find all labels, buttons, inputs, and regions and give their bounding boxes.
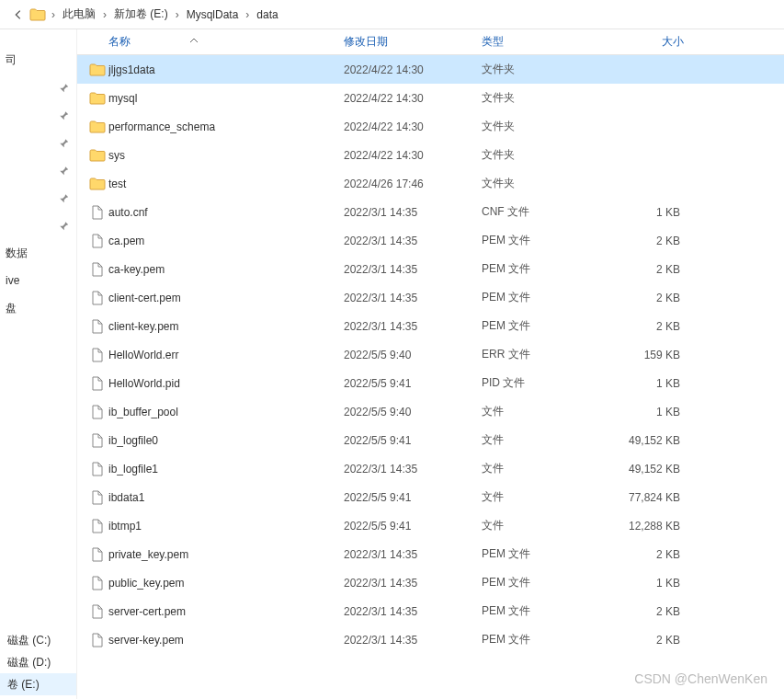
file-row[interactable]: performance_schema2022/4/22 14:30文件夹: [77, 112, 784, 141]
breadcrumb-item[interactable]: data: [253, 6, 281, 23]
file-date: 2022/3/1 14:35: [344, 263, 482, 276]
column-size[interactable]: 大小: [610, 34, 684, 50]
file-date: 2022/5/5 9:41: [344, 491, 482, 504]
pin-icon: [58, 109, 69, 120]
file-date: 2022/5/5 9:41: [344, 434, 482, 447]
file-size: 2 KB: [610, 263, 684, 276]
quick-access-item[interactable]: 盘: [0, 294, 76, 322]
file-date: 2022/4/22 14:30: [344, 63, 482, 76]
file-date: 2022/5/5 9:40: [344, 349, 482, 361]
folder-icon: [29, 8, 46, 21]
file-size: 1 KB: [610, 206, 684, 219]
file-size: 49,152 KB: [610, 434, 684, 447]
quick-access-item[interactable]: ive: [0, 267, 76, 294]
breadcrumb-item[interactable]: MysqlData: [183, 6, 243, 23]
folder-icon: [86, 63, 108, 76]
file-icon: [86, 376, 108, 391]
file-icon: [86, 462, 108, 476]
file-date: 2022/4/26 17:46: [344, 178, 482, 190]
breadcrumb-separator-icon: ›: [103, 8, 107, 21]
file-type: 文件: [482, 432, 610, 448]
folder-icon: [86, 92, 108, 105]
file-icon: [86, 433, 108, 448]
file-name: ibtmp1: [108, 520, 344, 533]
file-row[interactable]: private_key.pem2022/3/1 14:35PEM 文件2 KB: [77, 540, 784, 568]
file-row[interactable]: HelloWorld.err2022/5/5 9:40ERR 文件159 KB: [77, 340, 784, 369]
file-date: 2022/5/5 9:41: [344, 520, 482, 533]
file-row[interactable]: ib_buffer_pool2022/5/5 9:40文件1 KB: [77, 397, 784, 426]
file-date: 2022/3/1 14:35: [344, 320, 482, 333]
column-date[interactable]: 修改日期: [344, 34, 482, 50]
file-name: ib_logfile0: [108, 434, 344, 447]
file-date: 2022/3/1 14:35: [344, 235, 482, 247]
breadcrumb-separator-icon: ›: [51, 8, 55, 21]
file-row[interactable]: test2022/4/26 17:46文件夹: [77, 169, 784, 198]
quick-access-item[interactable]: [0, 156, 76, 184]
file-date: 2022/3/1 14:35: [344, 292, 482, 304]
file-icon: [86, 205, 108, 220]
file-type: PEM 文件: [482, 632, 610, 647]
file-row[interactable]: ca-key.pem2022/3/1 14:35PEM 文件2 KB: [77, 255, 784, 283]
file-name: auto.cnf: [108, 206, 344, 219]
file-name: ib_logfile1: [108, 463, 344, 476]
file-row[interactable]: server-cert.pem2022/3/1 14:35PEM 文件2 KB: [77, 597, 784, 625]
file-name: client-key.pem: [108, 320, 344, 333]
drive-item[interactable]: 磁盘 (C:): [0, 629, 76, 651]
file-row[interactable]: auto.cnf2022/3/1 14:35CNF 文件1 KB: [77, 198, 784, 226]
file-date: 2022/4/22 14:30: [344, 92, 482, 105]
file-row[interactable]: ibtmp12022/5/5 9:41文件12,288 KB: [77, 511, 784, 540]
file-row[interactable]: client-key.pem2022/3/1 14:35PEM 文件2 KB: [77, 312, 784, 340]
file-row[interactable]: mysql2022/4/22 14:30文件夹: [77, 84, 784, 112]
file-row[interactable]: client-cert.pem2022/3/1 14:35PEM 文件2 KB: [77, 283, 784, 312]
breadcrumb-item[interactable]: 新加卷 (E:): [110, 5, 172, 24]
file-date: 2022/3/1 14:35: [344, 577, 482, 590]
file-row[interactable]: HelloWorld.pid2022/5/5 9:41PID 文件1 KB: [77, 369, 784, 397]
file-size: 2 KB: [610, 605, 684, 618]
quick-access-item[interactable]: [0, 129, 76, 156]
file-type: PEM 文件: [482, 233, 610, 248]
file-date: 2022/4/22 14:30: [344, 149, 482, 162]
file-name: public_key.pem: [108, 577, 344, 590]
breadcrumb-item[interactable]: 此电脑: [59, 5, 99, 24]
file-type: 文件夹: [482, 176, 610, 191]
quick-access-item[interactable]: [0, 212, 76, 239]
column-type[interactable]: 类型: [482, 34, 610, 50]
quick-access-item[interactable]: [0, 101, 76, 129]
quick-access-item[interactable]: [0, 184, 76, 212]
file-row[interactable]: ib_logfile12022/3/1 14:35文件49,152 KB: [77, 454, 784, 483]
file-row[interactable]: public_key.pem2022/3/1 14:35PEM 文件1 KB: [77, 568, 784, 597]
file-icon: [86, 348, 108, 362]
file-row[interactable]: ib_logfile02022/5/5 9:41文件49,152 KB: [77, 426, 784, 454]
file-name: ca-key.pem: [108, 263, 344, 276]
file-date: 2022/3/1 14:35: [344, 463, 482, 476]
file-date: 2022/3/1 14:35: [344, 634, 482, 647]
file-row[interactable]: sys2022/4/22 14:30文件夹: [77, 141, 784, 169]
file-type: 文件: [482, 404, 610, 419]
file-type: PEM 文件: [482, 261, 610, 277]
quick-access-label: ive: [0, 274, 69, 287]
file-size: 49,152 KB: [610, 463, 684, 476]
file-row[interactable]: ca.pem2022/3/1 14:35PEM 文件2 KB: [77, 226, 784, 255]
quick-access-label: 数据: [0, 246, 69, 261]
file-icon: [86, 604, 108, 619]
file-row[interactable]: server-key.pem2022/3/1 14:35PEM 文件2 KB: [77, 625, 784, 654]
file-name: HelloWorld.err: [108, 349, 344, 361]
column-headers: 名称 修改日期 类型 大小: [77, 29, 784, 55]
file-date: 2022/3/1 14:35: [344, 548, 482, 561]
column-name[interactable]: 名称: [108, 34, 344, 50]
column-type-label: 类型: [482, 35, 504, 48]
breadcrumb-separator-icon: ›: [176, 8, 179, 21]
quick-access-item[interactable]: 数据: [0, 239, 76, 267]
file-size: 2 KB: [610, 320, 684, 333]
quick-access-item[interactable]: [0, 74, 76, 101]
drive-item[interactable]: 卷 (E:): [0, 673, 76, 695]
file-name: mysql: [108, 92, 344, 105]
file-row[interactable]: ibdata12022/5/5 9:41文件77,824 KB: [77, 483, 784, 511]
file-row[interactable]: jljgs1data2022/4/22 14:30文件夹: [77, 55, 784, 84]
file-name: ibdata1: [108, 491, 344, 504]
file-type: 文件夹: [482, 62, 610, 77]
back-button[interactable]: [7, 4, 29, 26]
drive-item[interactable]: 磁盘 (D:): [0, 651, 76, 673]
quick-access-item[interactable]: 司: [0, 46, 76, 74]
file-size: 2 KB: [610, 548, 684, 561]
